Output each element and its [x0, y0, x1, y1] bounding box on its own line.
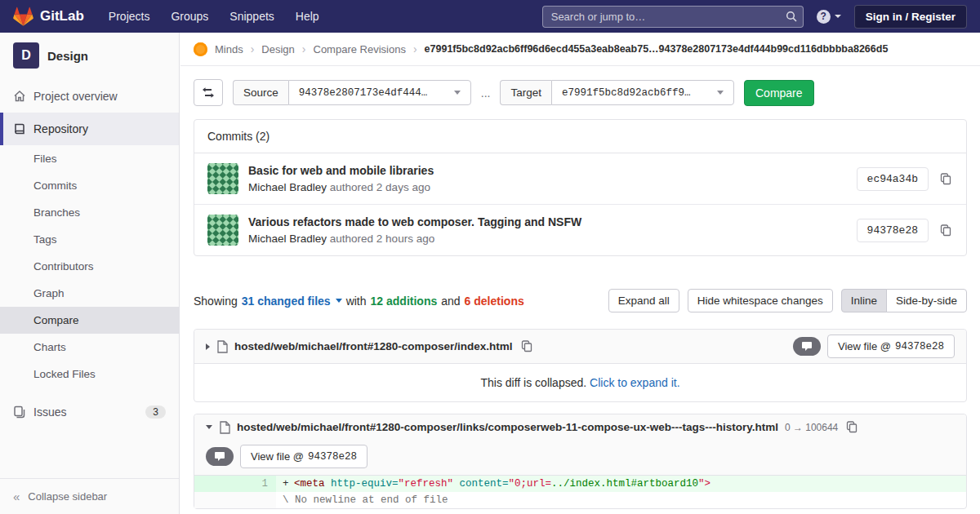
collapse-sidebar-label: Collapse sidebar: [28, 490, 107, 503]
commit-author[interactable]: Michael Bradley: [248, 181, 327, 193]
gitlab-logo-text: GitLab: [40, 8, 84, 24]
target-input-group: Target e7991f5bc8d92acb6ff9…: [500, 80, 734, 105]
sidebar-item-files[interactable]: Files: [0, 145, 179, 172]
breadcrumb-page[interactable]: Compare Revisions: [314, 43, 406, 55]
sidebar-item-branches[interactable]: Branches: [0, 199, 179, 226]
help-dropdown[interactable]: ?: [817, 10, 841, 24]
copy-icon: [521, 340, 532, 352]
sidebar-item-contributors[interactable]: Contributors: [0, 253, 179, 280]
collapse-diff-caret-icon[interactable]: [206, 425, 212, 429]
commit-title[interactable]: Various refactors made to web composer. …: [248, 215, 847, 228]
changed-files-dropdown[interactable]: 31 changed files: [242, 295, 342, 308]
sidebar-item-project-overview[interactable]: Project overview: [0, 80, 179, 113]
sidebar-item-tags[interactable]: Tags: [0, 226, 179, 253]
diff-line-number-new[interactable]: 1: [235, 476, 276, 492]
copy-sha-button[interactable]: [938, 171, 953, 187]
diff-file-path: hosted/web/michael/front#1280-composer/i…: [234, 340, 513, 352]
avatar[interactable]: [207, 163, 238, 194]
commit-sha[interactable]: ec94a34b: [857, 167, 929, 191]
comment-icon: [214, 451, 225, 462]
commit-authored-ago: authored 2 days ago: [330, 181, 430, 193]
sidebar-item-locked-files[interactable]: Locked Files: [0, 361, 179, 388]
nav-projects[interactable]: Projects: [109, 10, 150, 23]
breadcrumb-separator-icon: ›: [413, 42, 417, 55]
copy-icon: [940, 224, 951, 237]
copy-icon: [846, 421, 858, 433]
toggle-comments-button[interactable]: [206, 447, 234, 466]
commit-sha[interactable]: 94378e28: [857, 219, 929, 242]
diff-file: hosted/web/michael/front#1280-composer/i…: [194, 329, 967, 402]
breadcrumb-separator-icon: ›: [302, 42, 306, 55]
sidebar-item-repository[interactable]: Repository: [0, 113, 179, 145]
hide-whitespace-button[interactable]: Hide whitespace changes: [688, 289, 833, 312]
search-input[interactable]: [542, 6, 804, 28]
diff-stats-bar: Showing 31 changed files with 12 additio…: [194, 289, 967, 312]
copy-file-path-button[interactable]: [844, 419, 859, 435]
compare-button[interactable]: Compare: [744, 80, 814, 106]
commit-title[interactable]: Basic for web and mobile libraries: [248, 164, 847, 177]
sidebar-nav: Project overview Repository Files Commit…: [0, 80, 179, 428]
expand-diff-caret-icon[interactable]: [206, 343, 210, 350]
sidebar-item-label: Issues: [33, 405, 66, 419]
nav-groups[interactable]: Groups: [171, 10, 208, 23]
commits-panel: Commits (2) Basic for web and mobile lib…: [194, 119, 967, 256]
view-file-button[interactable]: View file @ 94378e28: [240, 445, 368, 468]
diff-view-toggle: Inline Side-by-side: [841, 289, 967, 312]
diff-file-header: hosted/web/michael/front#1280-composer/l…: [194, 414, 966, 476]
collapsed-diff-message: This diff is collapsed. Click to expand …: [194, 364, 966, 401]
file-icon: [216, 340, 228, 353]
expand-all-button[interactable]: Expand all: [608, 289, 679, 312]
comment-icon: [801, 341, 813, 352]
swap-icon: [202, 87, 215, 98]
global-search: [542, 6, 804, 28]
main-content: Minds › Design › Compare Revisions › e79…: [180, 0, 980, 509]
copy-sha-button[interactable]: [938, 223, 953, 238]
commit-meta: Michael Bradley authored 2 hours ago: [248, 233, 847, 245]
project-sidebar: D Design Project overview Repository Fil…: [0, 33, 180, 514]
project-name[interactable]: Design: [47, 49, 88, 63]
sidebar-item-issues[interactable]: Issues 3: [0, 396, 179, 428]
search-icon: [786, 11, 797, 22]
deletions-count: 6 deletions: [465, 295, 524, 308]
diff-table: 1 +<meta http-equiv="refresh" content="0…: [194, 476, 966, 508]
diff-file-header: hosted/web/michael/front#1280-composer/i…: [194, 330, 966, 364]
sign-in-button[interactable]: Sign in / Register: [854, 5, 967, 29]
compare-form: Source 94378e2807173e4df444… ... Target …: [194, 66, 967, 119]
commits-panel-header: Commits (2): [194, 120, 966, 153]
diff-line-added: 1 +<meta http-equiv="refresh" content="0…: [194, 476, 966, 492]
main-nav: Projects Groups Snippets Help: [109, 10, 319, 23]
source-dropdown[interactable]: 94378e2807173e4df444…: [288, 80, 471, 105]
chevron-down-icon: [835, 15, 841, 18]
home-icon: [13, 90, 26, 103]
toggle-comments-button[interactable]: [793, 337, 821, 356]
nav-help[interactable]: Help: [296, 10, 319, 23]
breadcrumb: Minds › Design › Compare Revisions › e79…: [180, 33, 980, 66]
commit-author[interactable]: Michael Bradley: [248, 233, 327, 245]
gitlab-logo[interactable]: GitLab: [13, 7, 84, 26]
breadcrumb-project[interactable]: Design: [261, 43, 294, 55]
copy-file-path-button[interactable]: [519, 339, 534, 354]
project-avatar[interactable]: D: [13, 42, 39, 69]
breadcrumb-separator-icon: ›: [251, 42, 255, 55]
repository-icon: [13, 122, 26, 135]
file-icon: [219, 421, 230, 434]
avatar[interactable]: [207, 215, 238, 246]
help-icon: ?: [817, 10, 831, 24]
sidebar-item-commits[interactable]: Commits: [0, 172, 179, 199]
sidebar-item-charts[interactable]: Charts: [0, 334, 179, 361]
view-file-sha: 94378e28: [308, 451, 357, 463]
diff-line-number-old[interactable]: [194, 476, 235, 492]
breadcrumb-group[interactable]: Minds: [215, 43, 243, 55]
nav-snippets[interactable]: Snippets: [229, 10, 274, 23]
expand-diff-link[interactable]: Click to expand it.: [590, 376, 680, 389]
sidebar-item-compare[interactable]: Compare: [0, 307, 179, 334]
source-input-group: Source 94378e2807173e4df444…: [233, 80, 471, 105]
additions-count: 12 additions: [371, 295, 438, 308]
inline-view-button[interactable]: Inline: [841, 289, 887, 312]
view-file-button[interactable]: View file @ 94378e28: [827, 335, 955, 358]
collapse-sidebar-button[interactable]: « Collapse sidebar: [0, 478, 179, 514]
target-dropdown[interactable]: e7991f5bc8d92acb6ff9…: [551, 80, 734, 105]
swap-revisions-button[interactable]: [194, 79, 223, 106]
side-by-side-view-button[interactable]: Side-by-side: [886, 289, 967, 312]
sidebar-item-graph[interactable]: Graph: [0, 280, 179, 307]
